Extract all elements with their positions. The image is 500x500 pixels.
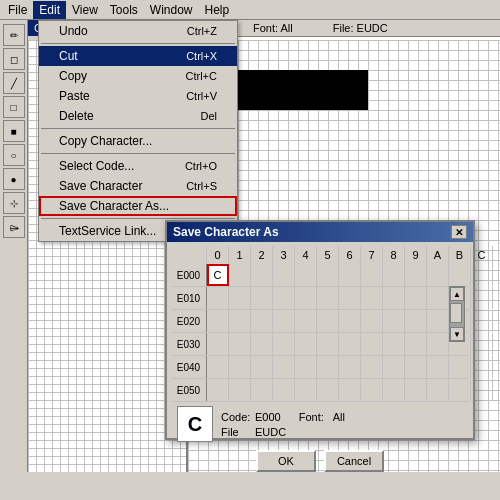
grid-cell-e000-5[interactable]: [317, 264, 339, 286]
grid-cell-e040-7[interactable]: [361, 356, 383, 378]
grid-cell-e050-A[interactable]: [427, 379, 449, 401]
grid-cell-e000-1[interactable]: [229, 264, 251, 286]
grid-cell-e050-4[interactable]: [295, 379, 317, 401]
grid-cell-e050-9[interactable]: [405, 379, 427, 401]
grid-cell-e050-D[interactable]: [493, 379, 500, 401]
grid-cell-e000-8[interactable]: [383, 264, 405, 286]
grid-cell-e040-1[interactable]: [229, 356, 251, 378]
scroll-down-arrow[interactable]: ▼: [450, 327, 464, 341]
grid-cell-e020-3[interactable]: [273, 310, 295, 332]
grid-cell-e030-2[interactable]: [251, 333, 273, 355]
grid-cell-e040-0[interactable]: [207, 356, 229, 378]
grid-cell-e050-C[interactable]: [471, 379, 493, 401]
grid-row-e040: E040: [171, 356, 469, 379]
cancel-button[interactable]: Cancel: [324, 450, 384, 472]
grid-cell-e000-2[interactable]: [251, 264, 273, 286]
grid-cell-e050-B[interactable]: [449, 379, 471, 401]
grid-cell-e020-5[interactable]: [317, 310, 339, 332]
grid-cell-e050-2[interactable]: [251, 379, 273, 401]
grid-cell-e010-9[interactable]: [405, 287, 427, 309]
grid-cell-e040-6[interactable]: [339, 356, 361, 378]
grid-cell-e030-5[interactable]: [317, 333, 339, 355]
grid-col-7: 7: [361, 246, 383, 264]
grid-cell-e000-D[interactable]: [493, 264, 500, 286]
code-info-row: Code: E000 Font: All: [221, 411, 345, 423]
grid-cell-e010-5[interactable]: [317, 287, 339, 309]
grid-cell-e030-7[interactable]: [361, 333, 383, 355]
grid-cell-e030-9[interactable]: [405, 333, 427, 355]
grid-col-1: 1: [229, 246, 251, 264]
grid-cell-e020-1[interactable]: [229, 310, 251, 332]
scroll-thumb[interactable]: [450, 303, 462, 323]
grid-cell-e040-C[interactable]: [471, 356, 493, 378]
scroll-up-arrow[interactable]: ▲: [450, 287, 464, 301]
grid-cell-e030-3[interactable]: [273, 333, 295, 355]
grid-cell-e020-4[interactable]: [295, 310, 317, 332]
grid-cell-e020-0[interactable]: [207, 310, 229, 332]
grid-cell-e050-3[interactable]: [273, 379, 295, 401]
grid-cell-e030-D[interactable]: [493, 333, 500, 355]
grid-cell-e010-0[interactable]: [207, 287, 229, 309]
grid-cell-e030-4[interactable]: [295, 333, 317, 355]
grid-cell-e020-D[interactable]: [493, 310, 500, 332]
grid-cell-e040-9[interactable]: [405, 356, 427, 378]
grid-cell-e000-A[interactable]: [427, 264, 449, 286]
grid-cell-e010-8[interactable]: [383, 287, 405, 309]
dialog-scrollbar[interactable]: ▲ ▼: [449, 286, 465, 342]
grid-cell-e020-C[interactable]: [471, 310, 493, 332]
grid-cell-e030-6[interactable]: [339, 333, 361, 355]
grid-body-container: E000 C: [171, 264, 469, 402]
grid-cell-e030-A[interactable]: [427, 333, 449, 355]
grid-cell-e040-A[interactable]: [427, 356, 449, 378]
grid-cell-e010-3[interactable]: [273, 287, 295, 309]
grid-cell-e010-A[interactable]: [427, 287, 449, 309]
grid-cell-e000-3[interactable]: [273, 264, 295, 286]
grid-cell-e040-B[interactable]: [449, 356, 471, 378]
grid-cell-e040-5[interactable]: [317, 356, 339, 378]
grid-cell-e020-6[interactable]: [339, 310, 361, 332]
grid-cell-e050-8[interactable]: [383, 379, 405, 401]
grid-cell-e030-8[interactable]: [383, 333, 405, 355]
row-label-e000: E000: [171, 264, 207, 286]
grid-cell-e040-8[interactable]: [383, 356, 405, 378]
grid-cell-e020-A[interactable]: [427, 310, 449, 332]
grid-col-0: 0: [207, 246, 229, 264]
grid-cell-e000-7[interactable]: [361, 264, 383, 286]
grid-cell-e010-D[interactable]: [493, 287, 500, 309]
font-value: All: [333, 411, 345, 423]
grid-cell-e010-7[interactable]: [361, 287, 383, 309]
dialog-titlebar: Save Character As ✕: [167, 222, 473, 242]
grid-cell-e040-2[interactable]: [251, 356, 273, 378]
grid-cell-e050-5[interactable]: [317, 379, 339, 401]
ok-button[interactable]: OK: [256, 450, 316, 472]
scroll-track[interactable]: [450, 301, 464, 327]
grid-cell-e030-C[interactable]: [471, 333, 493, 355]
grid-cell-e040-4[interactable]: [295, 356, 317, 378]
grid-cell-e030-0[interactable]: [207, 333, 229, 355]
grid-cell-e010-2[interactable]: [251, 287, 273, 309]
font-label: Font:: [299, 411, 327, 423]
grid-cell-e040-3[interactable]: [273, 356, 295, 378]
grid-cell-e050-7[interactable]: [361, 379, 383, 401]
grid-cell-e050-6[interactable]: [339, 379, 361, 401]
grid-cell-e000-C[interactable]: [471, 264, 493, 286]
grid-cell-e010-C[interactable]: [471, 287, 493, 309]
grid-col-3: 3: [273, 246, 295, 264]
grid-cell-e010-6[interactable]: [339, 287, 361, 309]
grid-cell-e040-D[interactable]: [493, 356, 500, 378]
dialog-close-button[interactable]: ✕: [451, 225, 467, 239]
grid-cell-e000-4[interactable]: [295, 264, 317, 286]
grid-cell-e020-8[interactable]: [383, 310, 405, 332]
grid-cell-e000-6[interactable]: [339, 264, 361, 286]
grid-cell-e020-7[interactable]: [361, 310, 383, 332]
grid-cell-e000-9[interactable]: [405, 264, 427, 286]
grid-cell-e050-1[interactable]: [229, 379, 251, 401]
grid-cell-e010-1[interactable]: [229, 287, 251, 309]
grid-cell-e020-2[interactable]: [251, 310, 273, 332]
grid-cell-e020-9[interactable]: [405, 310, 427, 332]
grid-cell-e030-1[interactable]: [229, 333, 251, 355]
grid-cell-e010-4[interactable]: [295, 287, 317, 309]
grid-cell-e000-B[interactable]: [449, 264, 471, 286]
grid-cell-e050-0[interactable]: [207, 379, 229, 401]
grid-cell-e000-0[interactable]: C: [207, 264, 229, 286]
